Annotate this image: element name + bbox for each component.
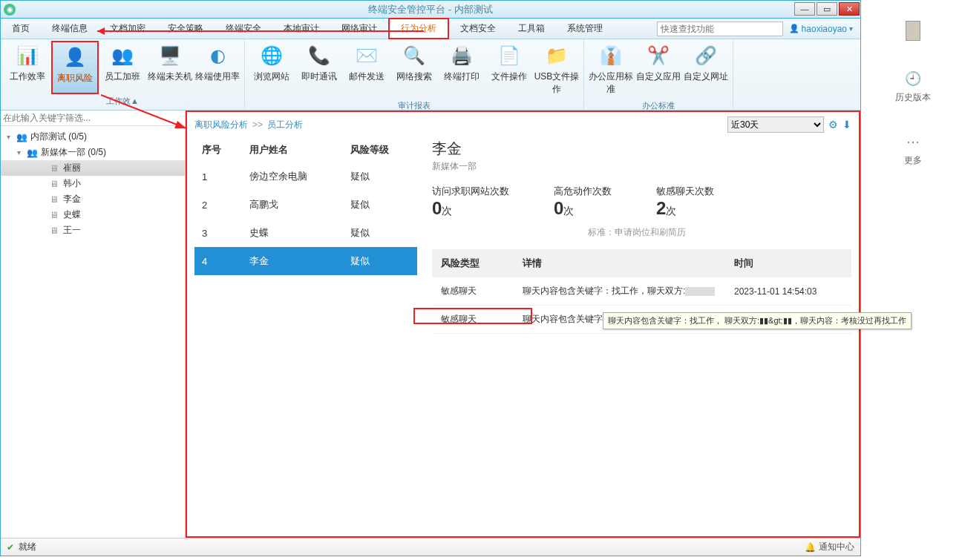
date-range-select[interactable]: 近30天 [727,116,824,133]
tree-group-label: 新媒体一部 (0/5) [41,146,106,159]
cell-type: 敏感聊天 [432,277,514,306]
tree-root[interactable]: ▾👥内部测试 (0/5) [1,129,185,145]
tree-member-4[interactable]: 🖥王一 [1,223,185,238]
detail-row[interactable]: 敏感聊天聊天内容包含关键字：找工作，聊天双方:2023-11-01 14:54:… [432,277,851,306]
ribbon-label: 终端打印 [444,70,480,83]
more-icon: ⋯ [906,134,920,150]
cell-risk: 疑似 [343,219,417,247]
cell-name: 傍边空余电脑 [242,162,343,191]
search-input[interactable] [657,22,783,36]
stat-value: 0次 [554,198,612,219]
ribbon-btn-0-2[interactable]: 👥员工加班 [99,41,146,94]
tree-group[interactable]: ▾👥新媒体一部 (0/5) [1,145,185,160]
menu-4[interactable]: 终端安全 [215,19,272,39]
sidebar: ▾👥内部测试 (0/5) ▾👥新媒体一部 (0/5) 🖥崔丽🖥韩小🖥李金🖥史蝶🖥… [1,111,186,538]
pc-icon: 🖥 [48,194,60,205]
ribbon-label: 邮件发送 [349,70,385,83]
ribbon-label: 网络搜索 [396,70,432,83]
list-row[interactable]: 4李金疑似 [194,247,417,275]
cell-index: 3 [194,219,242,247]
stats-row: 访问求职网站次数0次高危动作次数0次敏感聊天次数2次 [432,185,851,219]
cell-risk: 疑似 [343,162,417,191]
ribbon-label: 自定义网址 [684,70,728,83]
cell-index: 4 [194,247,242,275]
sidebar-filter-input[interactable] [3,113,183,123]
member-label: 崔丽 [63,162,81,174]
ribbon-btn-2-1[interactable]: ✂️自定义应用 [635,41,682,99]
menu-2[interactable]: 文档加密 [99,19,157,39]
crumb-current[interactable]: 员工分析 [267,119,303,131]
ribbon-btn-0-0[interactable]: 📊工作效率 [4,41,51,94]
member-label: 王一 [63,224,81,237]
ribbon-btn-1-1[interactable]: 📞即时通讯 [295,41,343,99]
menu-6[interactable]: 网络审计 [330,19,388,39]
ribbon-group-label: 工作效▲ [4,94,241,108]
ribbon-btn-1-0[interactable]: 🌐浏览网站 [248,41,295,99]
ribbon-btn-1-6[interactable]: 📁USB文件操作 [533,41,580,99]
history-button[interactable]: 🕘历史版本 [895,70,931,104]
cell-index: 1 [194,162,242,191]
list-row[interactable]: 3史蝶疑似 [194,219,417,247]
ribbon-btn-1-4[interactable]: 🖨️终端打印 [438,41,485,99]
ribbon-icon: 👔 [599,44,623,67]
minimize-button[interactable]: — [794,2,815,16]
ribbon-label: 办公应用标准 [587,70,635,96]
list-row[interactable]: 2高鹏戈疑似 [194,191,417,219]
ribbon-label: 终端使用率 [195,70,240,83]
crumb-root[interactable]: 离职风险分析 [194,119,248,131]
ribbon-btn-2-2[interactable]: 🔗自定义网址 [682,41,730,99]
maximize-button[interactable]: ▭ [817,2,837,16]
ribbon-icon: 🔗 [694,44,718,67]
notify-label[interactable]: 通知中心 [819,541,854,553]
tree-member-1[interactable]: 🖥韩小 [1,176,185,191]
menu-5[interactable]: 本地审计 [272,19,330,39]
crumb-sep: >> [252,119,263,130]
menu-10[interactable]: 系统管理 [556,19,614,39]
member-label: 史蝶 [63,208,81,221]
menubar: 首页终端信息文档加密安全策略终端安全本地审计网络审计行为分析文档安全工具箱系统管… [1,19,860,39]
risk-list: 序号 用户姓名 风险等级 1傍边空余电脑疑似2高鹏戈疑似3史蝶疑似4李金疑似 [194,137,417,334]
status-ok-icon: ✔ [7,542,14,553]
cell-risk: 疑似 [343,191,417,219]
menu-3[interactable]: 安全策略 [157,19,215,39]
list-row[interactable]: 1傍边空余电脑疑似 [194,162,417,191]
breadcrumb: 离职风险分析 >> 员工分析 近30天 ⚙ ⬇ [187,112,859,137]
menu-0[interactable]: 首页 [1,19,41,39]
close-button[interactable]: ✕ [839,2,860,16]
ribbon-label: 离职风险 [57,72,93,85]
cell-index: 2 [194,191,242,219]
ribbon-btn-1-5[interactable]: 📄文件操作 [485,41,533,99]
pc-icon: 🖥 [48,163,60,174]
tree: ▾👥内部测试 (0/5) ▾👥新媒体一部 (0/5) 🖥崔丽🖥韩小🖥李金🖥史蝶🖥… [1,126,185,538]
app-logo-icon: ◉ [4,4,16,16]
ribbon-btn-0-1[interactable]: 👤离职风险 [51,41,99,94]
more-button[interactable]: ⋯更多 [904,134,922,167]
ribbon-icon: 📞 [307,44,331,67]
ribbon-icon: 📊 [16,44,39,67]
menu-8[interactable]: 文档安全 [449,19,507,39]
ribbon-btn-2-0[interactable]: 👔办公应用标准 [587,41,635,99]
ribbon-label: 工作效率 [10,70,45,83]
tree-member-3[interactable]: 🖥史蝶 [1,207,185,223]
menu-7[interactable]: 行为分析 [388,18,449,39]
cell-time: 2023-11-01 14:54:03 [725,277,851,306]
stat-value: 2次 [656,198,714,219]
tree-member-0[interactable]: 🖥崔丽 [1,160,185,176]
ribbon-icon: 👥 [111,44,134,67]
body-area: ▾👥内部测试 (0/5) ▾👥新媒体一部 (0/5) 🖥崔丽🖥韩小🖥李金🖥史蝶🖥… [1,111,860,538]
ribbon-btn-0-4[interactable]: ◐终端使用率 [194,41,241,94]
ribbon-btn-1-2[interactable]: ✉️邮件发送 [343,41,390,99]
ribbon-btn-1-3[interactable]: 🔍网络搜索 [390,41,438,99]
window-controls: — ▭ ✕ [794,1,860,17]
download-icon[interactable]: ⬇ [842,119,851,131]
tree-member-2[interactable]: 🖥李金 [1,191,185,207]
settings-icon[interactable]: ⚙ [828,119,838,131]
status-text: 就绪 [19,541,36,553]
ribbon: 📊工作效率👤离职风险👥员工加班🖥️终端未关机◐终端使用率工作效▲🌐浏览网站📞即时… [1,39,860,111]
menu-9[interactable]: 工具箱 [507,19,556,39]
menu-1[interactable]: 终端信息 [41,19,99,39]
user-menu[interactable]: haoxiaoyao [789,19,853,39]
ribbon-btn-0-3[interactable]: 🖥️终端未关机 [146,41,194,94]
notify-icon[interactable]: 🔔 [805,542,816,553]
side-thumbnail[interactable] [906,21,920,41]
